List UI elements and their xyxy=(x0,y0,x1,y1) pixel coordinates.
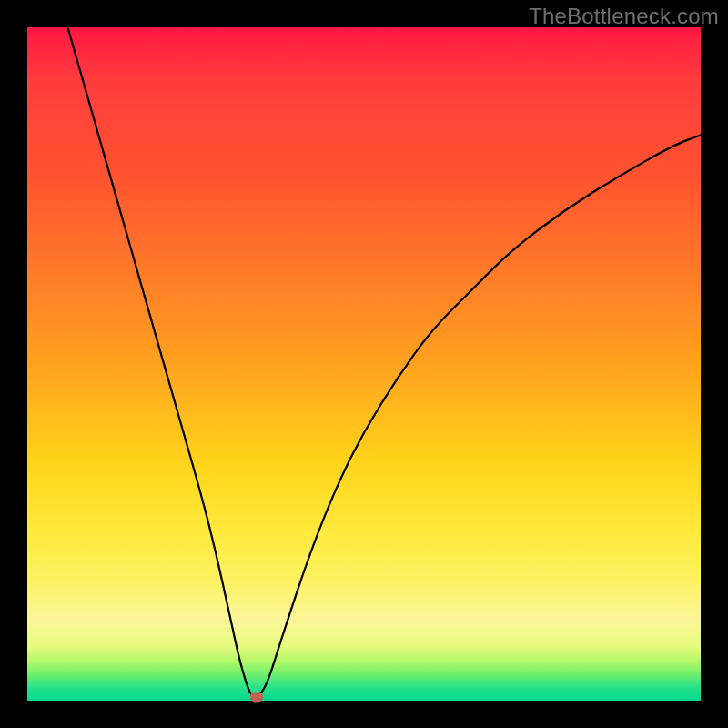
optimum-marker xyxy=(250,693,263,703)
chart-frame: TheBottleneck.com xyxy=(0,0,728,728)
curve-path xyxy=(67,27,701,696)
watermark-text: TheBottleneck.com xyxy=(529,4,719,29)
bottleneck-curve xyxy=(27,27,701,701)
